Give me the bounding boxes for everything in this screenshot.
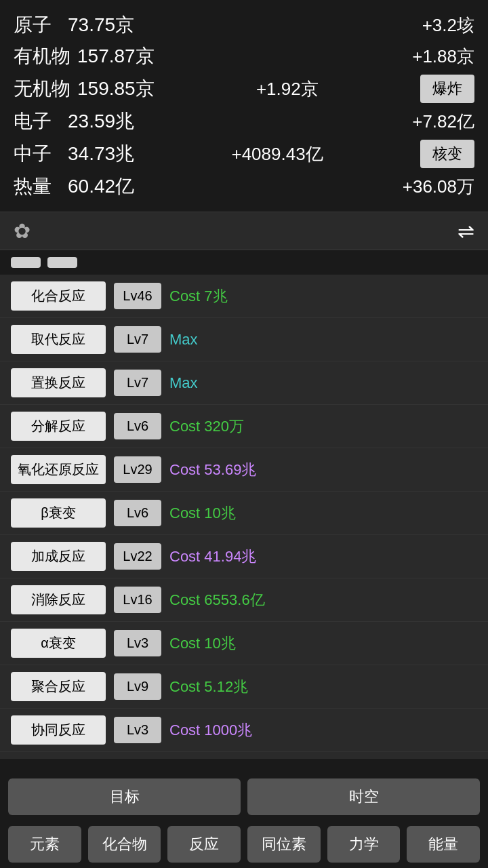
flower-icon: ✿ — [14, 219, 30, 243]
cost-text-0: Cost 7兆 — [169, 286, 228, 307]
stat-change-1: +1.88京 — [412, 45, 474, 68]
stat-value-4: 34.73兆 — [68, 141, 134, 167]
stat-label-2: 无机物 — [14, 76, 70, 102]
stat-label-3: 电子 — [14, 108, 61, 134]
reaction-item-10: 协同反应Lv3Cost 1000兆 — [0, 709, 488, 752]
reaction-button-9[interactable]: 聚合反应 — [11, 672, 106, 701]
reaction-item-6: 加成反应Lv22Cost 41.94兆 — [0, 535, 488, 578]
stat-row-2: 无机物159.85京+1.92京爆炸 — [14, 75, 474, 103]
reaction-item-5: β衰变Lv6Cost 10兆 — [0, 492, 488, 535]
reaction-item-1: 取代反应Lv7Max — [0, 318, 488, 361]
stat-row-4: 中子34.73兆+4089.43亿核变 — [14, 140, 474, 168]
reaction-item-2: 置换反应Lv7Max — [0, 361, 488, 405]
level-badge-9: Lv9 — [114, 673, 161, 700]
level-badge-4: Lv29 — [114, 456, 161, 483]
stat-row-3: 电子23.59兆+7.82亿 — [14, 108, 474, 134]
reaction-button-10[interactable]: 协同反应 — [11, 715, 106, 745]
level-badge-6: Lv22 — [114, 543, 161, 570]
reaction-button-3[interactable]: 分解反应 — [11, 412, 106, 441]
stat-change-3: +7.82亿 — [412, 110, 474, 134]
level-badge-1: Lv7 — [114, 326, 161, 353]
stat-value-2: 159.85京 — [77, 76, 155, 102]
cost-text-5: Cost 10兆 — [169, 503, 236, 524]
level-badge-3: Lv6 — [114, 413, 161, 439]
reaction-button-8[interactable]: α衰变 — [11, 629, 106, 658]
cost-text-9: Cost 5.12兆 — [169, 677, 248, 697]
stat-change-4: +4089.43亿 — [231, 142, 323, 166]
stat-row-5: 热量60.42亿+36.08万 — [14, 174, 474, 199]
stat-value-1: 157.87京 — [77, 43, 155, 69]
reaction-button-1[interactable]: 取代反应 — [11, 325, 106, 354]
tab-reaction-type[interactable] — [11, 257, 41, 268]
cost-text-10: Cost 1000兆 — [169, 720, 252, 741]
level-badge-10: Lv3 — [114, 717, 161, 743]
toolbar-row: ✿ ⇌ — [0, 212, 488, 250]
stat-value-5: 60.42亿 — [68, 174, 134, 199]
tab-auto-settings[interactable] — [47, 257, 77, 268]
bottom-btn-row2-4[interactable]: 力学 — [327, 826, 401, 863]
stat-label-1: 有机物 — [14, 43, 70, 69]
bottom-row-2: 元素化合物反应同位素力学能量 — [0, 821, 488, 868]
stat-action-button-4[interactable]: 核变 — [420, 140, 474, 168]
bottom-btn-row2-5[interactable]: 能量 — [407, 826, 480, 863]
cost-text-4: Cost 53.69兆 — [169, 460, 256, 480]
reaction-button-7[interactable]: 消除反应 — [11, 585, 106, 614]
stat-change-2: +1.92京 — [256, 77, 319, 101]
stats-section: 原子73.75京+3.2垓有机物157.87京+1.88京无机物159.85京+… — [0, 0, 488, 212]
stat-row-1: 有机物157.87京+1.88京 — [14, 43, 474, 69]
cost-text-6: Cost 41.94兆 — [169, 547, 256, 567]
cost-text-3: Cost 320万 — [169, 416, 244, 437]
bottom-btn-row2-1[interactable]: 化合物 — [88, 826, 161, 863]
level-badge-7: Lv16 — [114, 587, 161, 613]
reaction-item-4: 氧化还原反应Lv29Cost 53.69兆 — [0, 448, 488, 492]
stat-value-3: 23.59兆 — [68, 108, 134, 134]
cost-text-1: Max — [169, 331, 198, 349]
tab-row — [0, 250, 488, 275]
bottom-btn-row2-0[interactable]: 元素 — [8, 826, 81, 863]
level-badge-8: Lv3 — [114, 630, 161, 656]
bottom-btn-row1-1[interactable]: 时空 — [247, 778, 480, 815]
stat-label-5: 热量 — [14, 174, 61, 199]
stat-change-0: +3.2垓 — [422, 14, 474, 37]
cost-text-7: Cost 6553.6亿 — [169, 590, 265, 610]
cost-text-2: Max — [169, 374, 198, 392]
shuffle-icon: ⇌ — [458, 219, 474, 243]
reaction-list: 化合反应Lv46Cost 7兆取代反应Lv7Max置换反应Lv7Max分解反应L… — [0, 275, 488, 759]
reaction-button-2[interactable]: 置换反应 — [11, 368, 106, 397]
stat-action-button-2[interactable]: 爆炸 — [420, 75, 474, 103]
bottom-btn-row2-2[interactable]: 反应 — [167, 826, 241, 863]
stat-label-4: 中子 — [14, 141, 61, 167]
reaction-button-4[interactable]: 氧化还原反应 — [11, 455, 106, 484]
stat-label-0: 原子 — [14, 12, 61, 38]
reaction-item-8: α衰变Lv3Cost 10兆 — [0, 622, 488, 665]
reaction-item-9: 聚合反应Lv9Cost 5.12兆 — [0, 665, 488, 709]
bottom-btn-row2-3[interactable]: 同位素 — [247, 826, 321, 863]
reaction-button-6[interactable]: 加成反应 — [11, 542, 106, 571]
reaction-button-0[interactable]: 化合反应 — [11, 281, 106, 311]
stat-value-0: 73.75京 — [68, 12, 134, 38]
bottom-row-1: 目标时空 — [0, 773, 488, 821]
reaction-item-7: 消除反应Lv16Cost 6553.6亿 — [0, 578, 488, 622]
level-badge-0: Lv46 — [114, 283, 161, 309]
cost-text-8: Cost 10兆 — [169, 633, 236, 654]
stat-change-5: +36.08万 — [403, 175, 474, 199]
bottom-nav: 目标时空 元素化合物反应同位素力学能量 — [0, 773, 488, 868]
bottom-btn-row1-0[interactable]: 目标 — [8, 778, 241, 815]
stat-row-0: 原子73.75京+3.2垓 — [14, 12, 474, 38]
reaction-item-0: 化合反应Lv46Cost 7兆 — [0, 275, 488, 318]
level-badge-5: Lv6 — [114, 500, 161, 526]
reaction-button-5[interactable]: β衰变 — [11, 498, 106, 528]
reaction-item-3: 分解反应Lv6Cost 320万 — [0, 405, 488, 448]
level-badge-2: Lv7 — [114, 370, 161, 396]
